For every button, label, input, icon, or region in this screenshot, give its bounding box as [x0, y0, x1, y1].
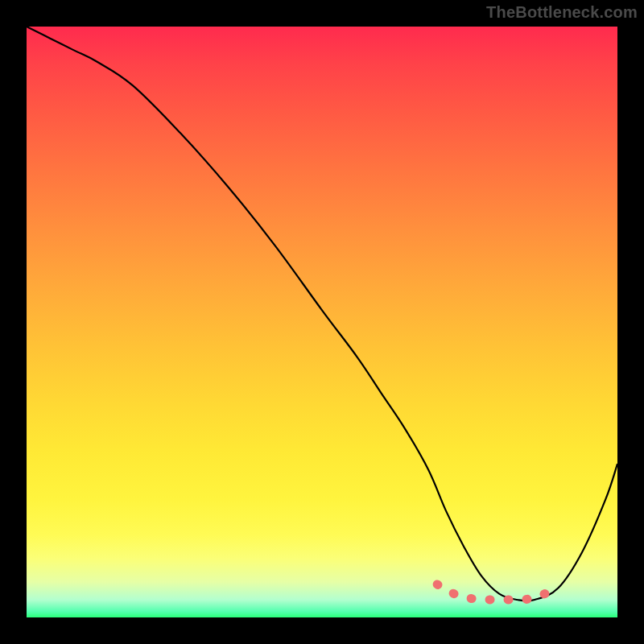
curve-svg [27, 27, 617, 617]
plot-area [27, 27, 617, 617]
bottleneck-curve-line [27, 27, 617, 601]
watermark-text: TheBottleneck.com [486, 3, 638, 22]
chart-container: TheBottleneck.com [0, 0, 644, 644]
